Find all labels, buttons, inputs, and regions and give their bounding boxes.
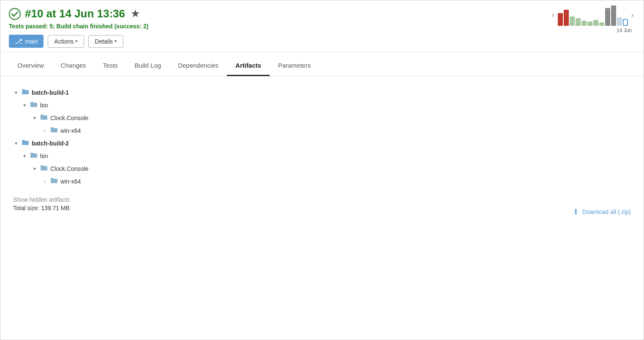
tree-item[interactable]: ▾ bin: [22, 99, 631, 112]
chart-bar: [576, 18, 581, 26]
actions-label: Actions: [54, 38, 74, 45]
tree-item-name: Clock.Console: [50, 115, 88, 121]
tree-toggle[interactable]: ▾: [22, 102, 27, 108]
tab-build-log[interactable]: Build Log: [126, 56, 170, 76]
total-size-text: Total size: 139.71 MB: [13, 205, 631, 211]
tree-toggle[interactable]: ▾: [13, 140, 19, 146]
folder-icon: [22, 139, 29, 148]
header-top: #10 at 14 Jun 13:36 ★ ‹ › 14 Jun: [9, 7, 635, 20]
chart-bar: [605, 8, 610, 26]
build-title: #10 at 14 Jun 13:36 ★: [9, 7, 139, 20]
chart-prev-button[interactable]: ‹: [550, 11, 556, 19]
folder-icon: [40, 165, 48, 173]
tab-dependencies[interactable]: Dependencies: [169, 56, 227, 76]
actions-button[interactable]: Actions ▾: [48, 35, 84, 48]
folder-icon: [30, 101, 38, 110]
build-number-text: #10 at 14 Jun 13:36: [25, 7, 125, 20]
artifacts-tree: ▾ batch-build-1▾ bin▾ Clock.Console› win…: [13, 86, 631, 188]
tree-item-name: win-x64: [60, 127, 81, 134]
tab-overview[interactable]: Overview: [9, 56, 52, 76]
tree-toggle[interactable]: ▾: [13, 90, 19, 96]
star-icon[interactable]: ★: [131, 8, 139, 19]
build-subtitle: Tests passed: 5; Build chain finished (s…: [9, 23, 635, 30]
tree-item[interactable]: ▾ Clock.Console: [32, 112, 631, 124]
tree-item[interactable]: ▾ bin: [22, 150, 631, 162]
content-area: ▾ batch-build-1▾ bin▾ Clock.Console› win…: [0, 76, 644, 222]
tree-toggle[interactable]: ▾: [22, 153, 27, 159]
page-header: #10 at 14 Jun 13:36 ★ ‹ › 14 Jun Tests p…: [0, 0, 644, 52]
chart-bar: [617, 17, 622, 26]
mini-chart: [558, 5, 628, 26]
chart-bar: [581, 21, 587, 26]
download-all-label: Download all (.zip): [582, 208, 631, 215]
tab-tests[interactable]: Tests: [95, 56, 126, 76]
details-label: Details: [95, 38, 113, 45]
page-wrapper: #10 at 14 Jun 13:36 ★ ‹ › 14 Jun Tests p…: [0, 0, 644, 340]
tree-item-name: batch-build-2: [32, 140, 69, 147]
build-history-chart: ‹ › 14 Jun: [550, 5, 635, 33]
chart-bar: [623, 19, 628, 26]
tree-toggle[interactable]: ▾: [32, 166, 38, 172]
chart-bar: [570, 16, 575, 26]
tree-toggle[interactable]: ▾: [32, 115, 38, 121]
tree-item-name: win-x64: [60, 178, 81, 185]
tree-toggle[interactable]: ›: [42, 128, 48, 134]
tree-toggle[interactable]: ›: [42, 178, 48, 184]
folder-icon: [50, 126, 58, 135]
folder-icon: [30, 152, 38, 160]
success-icon: [9, 8, 21, 20]
tab-artifacts[interactable]: Artifacts: [227, 56, 270, 76]
tab-changes[interactable]: Changes: [52, 56, 95, 76]
chart-bar: [593, 20, 598, 26]
branch-label: main: [25, 38, 38, 45]
folder-icon: [40, 114, 48, 122]
details-button[interactable]: Details ▾: [88, 35, 123, 48]
download-icon: ⬇: [573, 207, 579, 217]
chart-date-label: 14 Jun: [617, 27, 632, 33]
folder-icon: [22, 88, 29, 97]
tab-parameters[interactable]: Parameters: [270, 56, 319, 76]
header-actions: ⎇ main Actions ▾ Details ▾: [9, 35, 635, 48]
nav-tabs: OverviewChangesTestsBuild LogDependencie…: [0, 56, 644, 76]
actions-chevron-icon: ▾: [75, 38, 78, 44]
folder-icon: [50, 177, 58, 186]
chart-bar: [599, 22, 604, 26]
chart-next-button[interactable]: ›: [630, 11, 635, 19]
tree-item-name: bin: [40, 102, 48, 109]
tree-item[interactable]: › win-x64: [42, 124, 631, 137]
details-chevron-icon: ▾: [115, 38, 117, 44]
chart-bar: [587, 22, 592, 26]
chart-bar: [611, 5, 616, 26]
tree-item[interactable]: ▾ batch-build-1: [13, 86, 631, 99]
tree-item-name: batch-build-1: [32, 89, 69, 96]
chart-bar: [564, 10, 569, 26]
branch-icon: ⎇: [15, 37, 22, 45]
tree-item[interactable]: ▾ Clock.Console: [32, 162, 631, 175]
footer-info: Show hidden artifacts Total size: 139.71…: [13, 196, 631, 211]
tree-item-name: bin: [40, 153, 48, 159]
tree-item-name: Clock.Console: [50, 165, 88, 172]
svg-point-0: [9, 8, 20, 19]
chart-bar: [558, 13, 563, 26]
download-all-button[interactable]: ⬇ Download all (.zip): [573, 207, 631, 217]
tree-item[interactable]: ▾ batch-build-2: [13, 137, 631, 150]
show-hidden-button[interactable]: Show hidden artifacts: [13, 196, 631, 203]
tree-item[interactable]: › win-x64: [42, 175, 631, 188]
show-hidden-label: Show hidden artifacts: [13, 196, 70, 203]
chart-nav: ‹ ›: [550, 5, 635, 26]
branch-button[interactable]: ⎇ main: [9, 35, 44, 48]
